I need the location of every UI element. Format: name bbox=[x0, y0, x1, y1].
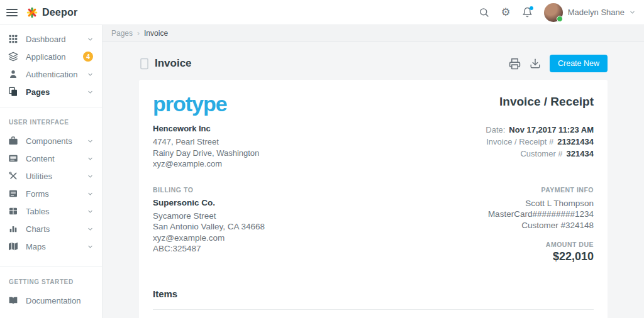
sidebar-item-label: Application bbox=[26, 52, 75, 62]
layers-icon bbox=[8, 52, 18, 62]
company-address-line: 4747, Pearl Street bbox=[153, 136, 259, 148]
pages-icon bbox=[8, 87, 18, 97]
meta-label: Invoice / Receipt # bbox=[486, 137, 553, 146]
payment-line: Scott L Thompson bbox=[488, 198, 594, 209]
sidebar-divider bbox=[0, 266, 102, 267]
main-content: Pages › Invoice Invoice bbox=[103, 25, 644, 318]
invoice-receipt-title: Invoice / Receipt bbox=[499, 95, 594, 109]
sidebar-item-utilities[interactable]: Utilities bbox=[0, 167, 102, 185]
sidebar-item-charts[interactable]: Charts bbox=[0, 220, 102, 238]
sidebar: Dashboard Application 4 bbox=[0, 25, 103, 318]
user-icon bbox=[8, 69, 18, 79]
billing-email: xyz@example.com bbox=[153, 233, 265, 244]
meta-value: 321434 bbox=[567, 149, 594, 158]
sidebar-item-maps[interactable]: Maps bbox=[0, 238, 102, 255]
chevron-down-icon bbox=[87, 72, 93, 77]
items-divider bbox=[153, 309, 594, 310]
invoice-doc-icon bbox=[139, 58, 150, 70]
tools-icon bbox=[8, 171, 18, 181]
company-address-line: Rainy Day Drive, Washington bbox=[153, 148, 259, 159]
topbar-right: ⚙ Madelyn Shane bbox=[479, 3, 635, 22]
notification-dot bbox=[530, 6, 533, 10]
download-icon[interactable] bbox=[530, 58, 541, 69]
amount-due-value: $22,010 bbox=[488, 250, 594, 263]
page-actions: Create New bbox=[509, 55, 608, 72]
vendor-logo: protype bbox=[153, 91, 227, 116]
chevron-down-icon bbox=[87, 36, 93, 42]
topbar-left: Deepor bbox=[6, 7, 77, 18]
brand-name: Deepor bbox=[42, 7, 77, 18]
page-title: Invoice bbox=[155, 57, 192, 70]
briefcase-icon bbox=[8, 136, 18, 146]
meta-value: 21321434 bbox=[557, 137, 594, 146]
invoice-meta-row: Customer #321434 bbox=[486, 148, 594, 160]
chevron-down-icon bbox=[87, 209, 93, 214]
company-name: Hencework Inc bbox=[153, 124, 259, 133]
chevron-down-icon bbox=[87, 89, 93, 95]
sidebar-item-label: Charts bbox=[26, 224, 80, 234]
top-navbar: Deepor ⚙ Madelyn Shane bbox=[0, 0, 644, 25]
chevron-down-icon bbox=[630, 9, 635, 15]
sidebar-item-dashboard[interactable]: Dashboard bbox=[0, 30, 102, 48]
sidebar-item-documentation[interactable]: Documentation bbox=[0, 292, 102, 309]
amount-due-label: AMOUNT DUE bbox=[488, 241, 594, 248]
payment-info-label: PAYMENT INFO bbox=[488, 186, 594, 194]
amount-due-block: AMOUNT DUE $22,010 bbox=[488, 241, 594, 263]
chevron-down-icon bbox=[87, 156, 93, 162]
print-icon[interactable] bbox=[509, 58, 521, 70]
payment-info-block: PAYMENT INFO Scott L Thompson MasterCard… bbox=[488, 186, 594, 264]
sidebar-item-tables[interactable]: Tables bbox=[0, 202, 102, 220]
sidebar-item-label: Pages bbox=[26, 87, 80, 97]
sidebar-item-label: Documentation bbox=[26, 296, 93, 305]
sidebar-item-label: Forms bbox=[26, 189, 80, 199]
application-badge: 4 bbox=[83, 52, 93, 62]
items-heading: Items bbox=[153, 288, 594, 299]
sidebar-item-authentication[interactable]: Authentication bbox=[0, 65, 102, 83]
sidebar-item-label: Maps bbox=[26, 242, 80, 251]
book-icon bbox=[8, 295, 18, 305]
gear-icon[interactable]: ⚙ bbox=[501, 7, 510, 18]
hamburger-menu-icon[interactable] bbox=[6, 8, 18, 18]
bell-icon[interactable] bbox=[522, 7, 533, 18]
meta-label: Date: bbox=[486, 125, 505, 134]
sidebar-item-components[interactable]: Components bbox=[0, 132, 102, 150]
sidebar-section-user-interface: USER INTERFACE bbox=[0, 114, 102, 132]
invoice-meta-row: Invoice / Receipt #21321434 bbox=[486, 136, 594, 148]
payment-line: Customer #324148 bbox=[488, 220, 594, 231]
search-icon[interactable] bbox=[479, 7, 489, 18]
invoice-meta-row: Date:Nov 17,2017 11:23 AM bbox=[486, 124, 594, 136]
meta-label: Customer # bbox=[520, 149, 562, 158]
chevron-down-icon bbox=[87, 191, 93, 197]
grid-icon bbox=[8, 34, 18, 44]
list-icon bbox=[8, 189, 18, 199]
meta-value: Nov 17,2017 11:23 AM bbox=[509, 125, 594, 134]
sidebar-item-pages[interactable]: Pages bbox=[0, 83, 102, 101]
chevron-down-icon bbox=[87, 173, 93, 179]
sidebar-item-label: Tables bbox=[26, 207, 80, 216]
user-menu[interactable]: Madelyn Shane bbox=[544, 3, 635, 22]
sidebar-item-content[interactable]: Content bbox=[0, 150, 102, 167]
invoice-card: protype Invoice / Receipt Hencework Inc … bbox=[139, 80, 608, 318]
sidebar-item-label: Components bbox=[26, 136, 80, 146]
billing-address-line: Sycamore Street bbox=[153, 211, 265, 222]
sidebar-item-application[interactable]: Application 4 bbox=[0, 48, 102, 65]
breadcrumb-current: Invoice bbox=[144, 29, 168, 38]
sidebar-item-forms[interactable]: Forms bbox=[0, 185, 102, 202]
user-name: Madelyn Shane bbox=[568, 8, 625, 17]
company-address-block: Hencework Inc 4747, Pearl Street Rainy D… bbox=[153, 124, 259, 170]
content-card-icon bbox=[8, 153, 18, 163]
create-new-button[interactable]: Create New bbox=[550, 55, 608, 72]
map-icon bbox=[8, 241, 18, 251]
breadcrumb-pages-link[interactable]: Pages bbox=[111, 29, 133, 38]
billing-ref: ABC:325487 bbox=[153, 243, 265, 255]
chevron-down-icon bbox=[87, 244, 93, 249]
sidebar-item-label: Dashboard bbox=[26, 35, 80, 44]
company-email: xyz@example.com bbox=[153, 158, 259, 170]
brand-logo[interactable]: Deepor bbox=[26, 7, 77, 18]
sidebar-section-getting-started: GETTING STARTED bbox=[0, 273, 102, 292]
breadcrumb: Pages › Invoice bbox=[103, 25, 644, 42]
sidebar-item-label: Content bbox=[26, 154, 80, 163]
sidebar-divider bbox=[0, 107, 102, 107]
billing-address-line: San Antonio Valley, CA 34668 bbox=[153, 221, 265, 233]
table-icon bbox=[8, 206, 18, 216]
